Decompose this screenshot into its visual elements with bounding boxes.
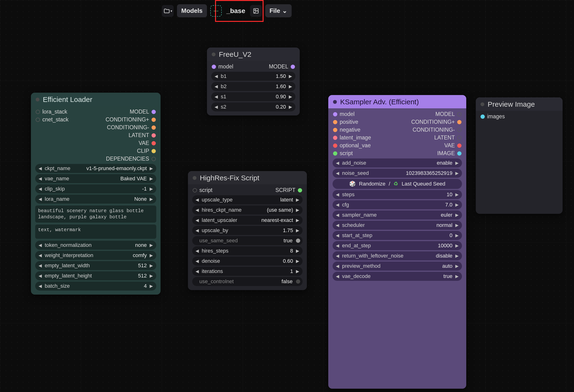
arrow-left-icon[interactable]: ◀ [38, 186, 43, 191]
port-latent-in[interactable] [333, 136, 337, 140]
arrow-left-icon[interactable]: ◀ [335, 274, 340, 279]
arrow-right-icon[interactable]: ▶ [454, 243, 460, 248]
arrow-right-icon[interactable]: ▶ [149, 186, 154, 191]
port-cnet-stack[interactable] [36, 118, 40, 122]
arrow-right-icon[interactable]: ▶ [295, 218, 300, 223]
latent-height-widget[interactable]: ◀empty_latent_height512▶ [35, 271, 156, 280]
port-model-in[interactable] [212, 65, 216, 69]
port-latent-out[interactable] [457, 136, 461, 140]
port-script-in[interactable] [333, 151, 337, 156]
port-model-out[interactable] [457, 112, 461, 116]
models-button[interactable]: Models [177, 4, 207, 17]
arrow-left-icon[interactable]: ◀ [38, 176, 43, 181]
weight-interp-widget[interactable]: ◀weight_interpretationcomfy▶ [35, 251, 156, 260]
port-model-out[interactable] [152, 110, 156, 114]
arrow-left-icon[interactable]: ◀ [195, 269, 200, 274]
arrow-left-icon[interactable]: ◀ [335, 192, 340, 197]
dice-icon[interactable]: 🎲 [349, 181, 356, 187]
port-model-out[interactable] [291, 65, 295, 69]
iterations-widget[interactable]: ◀iterations1▶ [192, 267, 303, 276]
port-cond-neg-out[interactable] [457, 128, 461, 132]
arrow-right-icon[interactable]: ▶ [149, 283, 154, 289]
arrow-right-icon[interactable]: ▶ [454, 192, 460, 197]
preview-image-node[interactable]: Preview Image images [476, 97, 563, 214]
end-step-widget[interactable]: ◀end_at_step10000▶ [332, 241, 462, 250]
arrow-left-icon[interactable]: ◀ [335, 263, 340, 269]
noise-seed-widget[interactable]: ◀noise_seed1023983365252919▶ [332, 169, 462, 178]
arrow-right-icon[interactable]: ▶ [454, 263, 460, 269]
arrow-left-icon[interactable]: ◀ [335, 170, 340, 176]
sampler-name-widget[interactable]: ◀sampler_nameeuler▶ [332, 210, 462, 220]
arrow-right-icon[interactable]: ▶ [295, 269, 300, 274]
clip-skip-widget[interactable]: ◀clip_skip-1▶ [35, 184, 156, 193]
arrow-right-icon[interactable]: ▶ [295, 259, 300, 264]
arrow-right-icon[interactable]: ▶ [454, 160, 460, 166]
arrow-right-icon[interactable]: ▶ [149, 196, 154, 202]
arrow-left-icon[interactable]: ◀ [335, 212, 340, 218]
arrow-right-icon[interactable]: ▶ [454, 274, 460, 279]
port-cond-pos[interactable] [152, 118, 156, 122]
port-cond-pos-out[interactable] [457, 120, 461, 124]
arrow-right-icon[interactable]: ▶ [295, 207, 300, 213]
arrow-left-icon[interactable]: ◀ [38, 196, 43, 202]
hires-steps-widget[interactable]: ◀hires_steps8▶ [192, 246, 303, 255]
file-menu-button[interactable]: File ⌄ [265, 4, 292, 17]
arrow-left-icon[interactable]: ◀ [195, 259, 200, 264]
arrow-left-icon[interactable]: ◀ [195, 207, 200, 213]
arrow-right-icon[interactable]: ▶ [295, 228, 300, 233]
arrow-left-icon[interactable]: ◀ [214, 84, 219, 89]
arrow-left-icon[interactable]: ◀ [195, 228, 200, 233]
denoise-widget[interactable]: ◀denoise0.60▶ [192, 257, 303, 266]
toggle-icon[interactable] [296, 239, 300, 243]
arrow-right-icon[interactable]: ▶ [454, 223, 460, 228]
vae-decode-widget[interactable]: ◀vae_decodetrue▶ [332, 272, 462, 281]
steps-widget[interactable]: ◀steps10▶ [332, 190, 462, 199]
negative-prompt-textbox[interactable]: text, watermark [35, 224, 156, 239]
token-norm-widget[interactable]: ◀token_normalizationnone▶ [35, 241, 156, 250]
b2-widget[interactable]: ◀b21.60▶ [211, 82, 295, 91]
node-header[interactable]: Efficient Loader [31, 93, 161, 106]
s2-widget[interactable]: ◀s20.20▶ [211, 102, 295, 112]
arrow-right-icon[interactable]: ▶ [149, 253, 154, 258]
port-script-in[interactable] [193, 188, 197, 192]
arrow-left-icon[interactable]: ◀ [335, 202, 340, 207]
latent-width-widget[interactable]: ◀empty_latent_width512▶ [35, 261, 156, 270]
preview-method-widget[interactable]: ◀preview_methodauto▶ [332, 261, 462, 271]
use-same-seed-widget[interactable]: use_same_seedtrue [192, 236, 303, 245]
arrow-left-icon[interactable]: ◀ [214, 94, 219, 99]
port-vae-in[interactable] [333, 144, 337, 148]
upscale-type-widget[interactable]: ◀upscale_typelatent▶ [192, 195, 303, 204]
arrow-left-icon[interactable]: ◀ [38, 273, 43, 279]
ckpt-name-widget[interactable]: ◀ckpt_namev1-5-pruned-emaonly.ckpt▶ [35, 164, 156, 173]
node-header[interactable]: FreeU_V2 [207, 48, 300, 61]
vae-name-widget[interactable]: ◀vae_nameBaked VAE▶ [35, 174, 156, 183]
toggle-icon[interactable] [296, 280, 300, 284]
arrow-right-icon[interactable]: ▶ [295, 197, 300, 203]
upscale-by-widget[interactable]: ◀upscale_by1.75▶ [192, 226, 303, 235]
arrow-right-icon[interactable]: ▶ [295, 248, 300, 254]
arrow-left-icon[interactable]: ◀ [335, 160, 340, 166]
arrow-right-icon[interactable]: ▶ [149, 166, 154, 171]
arrow-right-icon[interactable]: ▶ [288, 94, 293, 99]
cfg-widget[interactable]: ◀cfg7.0▶ [332, 200, 462, 209]
port-negative-in[interactable] [333, 128, 337, 132]
node-header[interactable]: HighRes-Fix Script [188, 171, 307, 184]
arrow-right-icon[interactable]: ▶ [288, 74, 293, 79]
seed-action-row[interactable]: 🎲 Randomize / ♻ Last Queued Seed [332, 179, 462, 189]
arrow-right-icon[interactable]: ▶ [454, 253, 460, 259]
hires-ckpt-widget[interactable]: ◀hires_ckpt_name(use same)▶ [192, 205, 303, 215]
ksampler-node[interactable]: KSampler Adv. (Efficient) modelMODEL pos… [328, 95, 466, 389]
recycle-icon[interactable]: ♻ [393, 181, 398, 187]
image-icon[interactable] [250, 5, 262, 17]
port-script-out[interactable] [298, 188, 302, 192]
batch-size-widget[interactable]: ◀batch_size4▶ [35, 281, 156, 291]
arrow-left-icon[interactable]: ◀ [335, 243, 340, 248]
arrow-left-icon[interactable]: ◀ [214, 104, 219, 110]
arrow-left-icon[interactable]: ◀ [38, 243, 43, 248]
port-lora-stack[interactable] [36, 110, 40, 114]
arrow-left-icon[interactable]: ◀ [195, 218, 200, 223]
arrow-right-icon[interactable]: ▶ [288, 84, 293, 89]
arrow-right-icon[interactable]: ▶ [454, 233, 460, 238]
arrow-left-icon[interactable]: ◀ [38, 263, 43, 268]
arrow-right-icon[interactable]: ▶ [149, 176, 154, 181]
